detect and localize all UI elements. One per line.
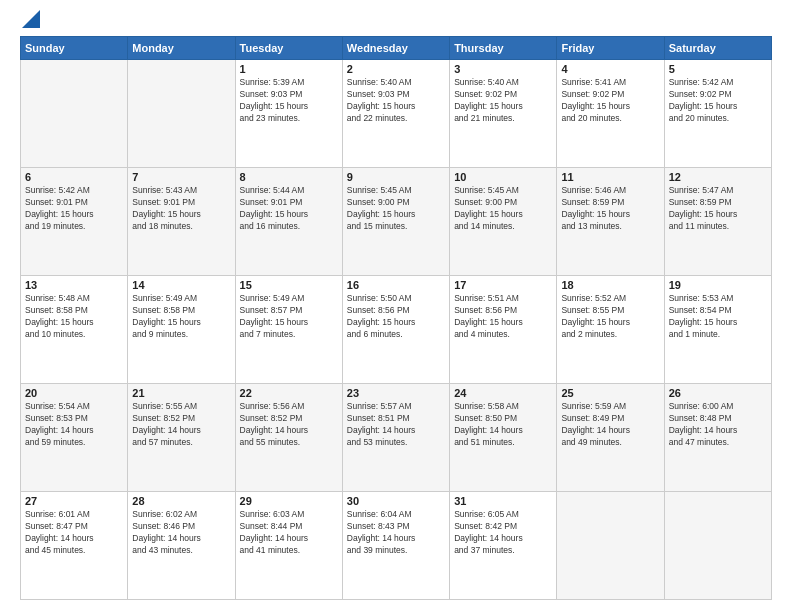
calendar-day-cell: 3Sunrise: 5:40 AM Sunset: 9:02 PM Daylig… [450, 60, 557, 168]
calendar-day-cell: 19Sunrise: 5:53 AM Sunset: 8:54 PM Dayli… [664, 276, 771, 384]
day-of-week-header: Tuesday [235, 37, 342, 60]
calendar-day-cell: 17Sunrise: 5:51 AM Sunset: 8:56 PM Dayli… [450, 276, 557, 384]
day-number: 23 [347, 387, 445, 399]
day-info: Sunrise: 5:44 AM Sunset: 9:01 PM Dayligh… [240, 185, 338, 233]
calendar-day-cell: 29Sunrise: 6:03 AM Sunset: 8:44 PM Dayli… [235, 492, 342, 600]
day-info: Sunrise: 5:51 AM Sunset: 8:56 PM Dayligh… [454, 293, 552, 341]
calendar-day-cell [664, 492, 771, 600]
calendar-day-cell: 16Sunrise: 5:50 AM Sunset: 8:56 PM Dayli… [342, 276, 449, 384]
svg-marker-0 [22, 10, 40, 28]
day-of-week-header: Sunday [21, 37, 128, 60]
day-of-week-header: Friday [557, 37, 664, 60]
calendar-day-cell: 20Sunrise: 5:54 AM Sunset: 8:53 PM Dayli… [21, 384, 128, 492]
day-info: Sunrise: 5:45 AM Sunset: 9:00 PM Dayligh… [454, 185, 552, 233]
calendar-day-cell: 14Sunrise: 5:49 AM Sunset: 8:58 PM Dayli… [128, 276, 235, 384]
calendar-day-cell: 21Sunrise: 5:55 AM Sunset: 8:52 PM Dayli… [128, 384, 235, 492]
calendar-week-row: 1Sunrise: 5:39 AM Sunset: 9:03 PM Daylig… [21, 60, 772, 168]
calendar-day-cell: 5Sunrise: 5:42 AM Sunset: 9:02 PM Daylig… [664, 60, 771, 168]
calendar-day-cell: 1Sunrise: 5:39 AM Sunset: 9:03 PM Daylig… [235, 60, 342, 168]
day-number: 13 [25, 279, 123, 291]
day-info: Sunrise: 5:41 AM Sunset: 9:02 PM Dayligh… [561, 77, 659, 125]
calendar-day-cell [557, 492, 664, 600]
calendar-week-row: 27Sunrise: 6:01 AM Sunset: 8:47 PM Dayli… [21, 492, 772, 600]
calendar-day-cell: 26Sunrise: 6:00 AM Sunset: 8:48 PM Dayli… [664, 384, 771, 492]
calendar-day-cell: 11Sunrise: 5:46 AM Sunset: 8:59 PM Dayli… [557, 168, 664, 276]
calendar-day-cell: 25Sunrise: 5:59 AM Sunset: 8:49 PM Dayli… [557, 384, 664, 492]
calendar-header-row: SundayMondayTuesdayWednesdayThursdayFrid… [21, 37, 772, 60]
calendar-day-cell: 13Sunrise: 5:48 AM Sunset: 8:58 PM Dayli… [21, 276, 128, 384]
day-number: 18 [561, 279, 659, 291]
day-info: Sunrise: 6:01 AM Sunset: 8:47 PM Dayligh… [25, 509, 123, 557]
page: SundayMondayTuesdayWednesdayThursdayFrid… [0, 0, 792, 612]
day-info: Sunrise: 5:55 AM Sunset: 8:52 PM Dayligh… [132, 401, 230, 449]
calendar-day-cell: 18Sunrise: 5:52 AM Sunset: 8:55 PM Dayli… [557, 276, 664, 384]
day-info: Sunrise: 5:40 AM Sunset: 9:02 PM Dayligh… [454, 77, 552, 125]
day-info: Sunrise: 5:40 AM Sunset: 9:03 PM Dayligh… [347, 77, 445, 125]
calendar-day-cell: 23Sunrise: 5:57 AM Sunset: 8:51 PM Dayli… [342, 384, 449, 492]
day-of-week-header: Monday [128, 37, 235, 60]
day-number: 5 [669, 63, 767, 75]
logo [20, 18, 42, 26]
day-number: 28 [132, 495, 230, 507]
day-number: 4 [561, 63, 659, 75]
day-number: 21 [132, 387, 230, 399]
header [20, 18, 772, 26]
calendar-day-cell: 2Sunrise: 5:40 AM Sunset: 9:03 PM Daylig… [342, 60, 449, 168]
calendar-day-cell: 9Sunrise: 5:45 AM Sunset: 9:00 PM Daylig… [342, 168, 449, 276]
day-number: 11 [561, 171, 659, 183]
day-number: 14 [132, 279, 230, 291]
day-info: Sunrise: 5:52 AM Sunset: 8:55 PM Dayligh… [561, 293, 659, 341]
calendar-day-cell: 31Sunrise: 6:05 AM Sunset: 8:42 PM Dayli… [450, 492, 557, 600]
day-info: Sunrise: 5:59 AM Sunset: 8:49 PM Dayligh… [561, 401, 659, 449]
calendar-table: SundayMondayTuesdayWednesdayThursdayFrid… [20, 36, 772, 600]
calendar-day-cell: 24Sunrise: 5:58 AM Sunset: 8:50 PM Dayli… [450, 384, 557, 492]
day-number: 1 [240, 63, 338, 75]
day-info: Sunrise: 5:50 AM Sunset: 8:56 PM Dayligh… [347, 293, 445, 341]
day-number: 6 [25, 171, 123, 183]
day-info: Sunrise: 5:53 AM Sunset: 8:54 PM Dayligh… [669, 293, 767, 341]
day-number: 20 [25, 387, 123, 399]
day-number: 24 [454, 387, 552, 399]
day-info: Sunrise: 5:56 AM Sunset: 8:52 PM Dayligh… [240, 401, 338, 449]
day-of-week-header: Thursday [450, 37, 557, 60]
day-info: Sunrise: 5:48 AM Sunset: 8:58 PM Dayligh… [25, 293, 123, 341]
day-number: 26 [669, 387, 767, 399]
day-info: Sunrise: 5:58 AM Sunset: 8:50 PM Dayligh… [454, 401, 552, 449]
day-info: Sunrise: 6:04 AM Sunset: 8:43 PM Dayligh… [347, 509, 445, 557]
day-info: Sunrise: 5:42 AM Sunset: 9:01 PM Dayligh… [25, 185, 123, 233]
day-info: Sunrise: 6:02 AM Sunset: 8:46 PM Dayligh… [132, 509, 230, 557]
day-number: 8 [240, 171, 338, 183]
day-info: Sunrise: 5:49 AM Sunset: 8:58 PM Dayligh… [132, 293, 230, 341]
logo-icon [22, 10, 42, 30]
day-of-week-header: Wednesday [342, 37, 449, 60]
calendar-day-cell: 30Sunrise: 6:04 AM Sunset: 8:43 PM Dayli… [342, 492, 449, 600]
calendar-day-cell [128, 60, 235, 168]
day-number: 2 [347, 63, 445, 75]
day-number: 17 [454, 279, 552, 291]
calendar-day-cell: 27Sunrise: 6:01 AM Sunset: 8:47 PM Dayli… [21, 492, 128, 600]
calendar-week-row: 20Sunrise: 5:54 AM Sunset: 8:53 PM Dayli… [21, 384, 772, 492]
day-number: 30 [347, 495, 445, 507]
calendar-day-cell [21, 60, 128, 168]
calendar-day-cell: 15Sunrise: 5:49 AM Sunset: 8:57 PM Dayli… [235, 276, 342, 384]
calendar-day-cell: 8Sunrise: 5:44 AM Sunset: 9:01 PM Daylig… [235, 168, 342, 276]
day-info: Sunrise: 5:57 AM Sunset: 8:51 PM Dayligh… [347, 401, 445, 449]
day-number: 3 [454, 63, 552, 75]
day-number: 16 [347, 279, 445, 291]
day-number: 25 [561, 387, 659, 399]
calendar-week-row: 6Sunrise: 5:42 AM Sunset: 9:01 PM Daylig… [21, 168, 772, 276]
calendar-day-cell: 7Sunrise: 5:43 AM Sunset: 9:01 PM Daylig… [128, 168, 235, 276]
calendar-day-cell: 6Sunrise: 5:42 AM Sunset: 9:01 PM Daylig… [21, 168, 128, 276]
calendar-day-cell: 12Sunrise: 5:47 AM Sunset: 8:59 PM Dayli… [664, 168, 771, 276]
calendar-day-cell: 4Sunrise: 5:41 AM Sunset: 9:02 PM Daylig… [557, 60, 664, 168]
day-info: Sunrise: 6:05 AM Sunset: 8:42 PM Dayligh… [454, 509, 552, 557]
day-info: Sunrise: 5:42 AM Sunset: 9:02 PM Dayligh… [669, 77, 767, 125]
day-number: 19 [669, 279, 767, 291]
day-number: 12 [669, 171, 767, 183]
day-number: 9 [347, 171, 445, 183]
day-info: Sunrise: 5:45 AM Sunset: 9:00 PM Dayligh… [347, 185, 445, 233]
day-info: Sunrise: 5:43 AM Sunset: 9:01 PM Dayligh… [132, 185, 230, 233]
day-of-week-header: Saturday [664, 37, 771, 60]
day-number: 15 [240, 279, 338, 291]
day-info: Sunrise: 6:03 AM Sunset: 8:44 PM Dayligh… [240, 509, 338, 557]
